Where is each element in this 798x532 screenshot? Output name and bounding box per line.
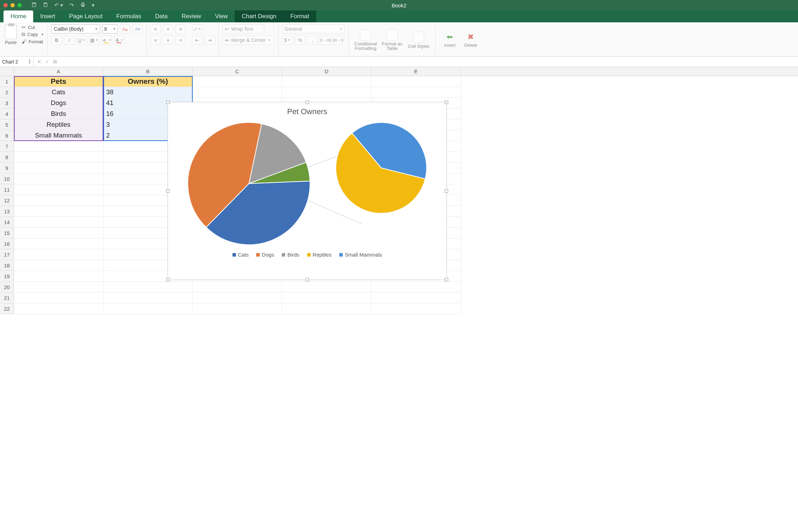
cell-styles-button[interactable]: Cell Styles	[405, 32, 432, 49]
number-format-select[interactable]: General ▼	[282, 24, 345, 34]
row-header[interactable]: 4	[0, 109, 14, 119]
cell-A15[interactable]	[14, 228, 103, 238]
align-left-button[interactable]: ≡	[150, 36, 161, 45]
font-color-button[interactable]: A ▼	[114, 36, 125, 45]
chart-handle-sw[interactable]	[166, 278, 170, 281]
cell-E22[interactable]	[371, 303, 461, 314]
tab-review[interactable]: Review	[175, 10, 208, 22]
align-center-button[interactable]: ≡	[163, 36, 173, 45]
embedded-chart[interactable]: Pet Owners CatsDogsBirdsReptilesSmall Ma…	[168, 102, 447, 280]
cell-A7[interactable]	[14, 141, 103, 152]
legend-item[interactable]: Cats	[232, 252, 249, 258]
fill-color-button[interactable]: ▼	[102, 36, 112, 45]
row-header[interactable]: 1	[0, 76, 14, 87]
col-header-B[interactable]: B	[103, 67, 193, 76]
cell-A9[interactable]	[14, 163, 103, 173]
cell-C2[interactable]	[193, 87, 282, 98]
cell-D1[interactable]	[282, 76, 371, 87]
cell-A16[interactable]	[14, 238, 103, 249]
tab-chart-design[interactable]: Chart Design	[235, 10, 283, 22]
fx-icon[interactable]: fx	[53, 59, 57, 65]
cell-A2[interactable]: Cats	[14, 87, 103, 98]
secondary-pie[interactable]	[335, 122, 427, 245]
decrease-font-button[interactable]: A▾	[132, 24, 143, 34]
tab-format[interactable]: Format	[283, 10, 316, 22]
row-header[interactable]: 7	[0, 141, 14, 152]
row-header[interactable]: 22	[0, 303, 14, 314]
tab-formulas[interactable]: Formulas	[109, 10, 148, 22]
cell-E2[interactable]	[371, 87, 461, 98]
col-header-D[interactable]: D	[282, 67, 371, 76]
cell-C21[interactable]	[193, 293, 282, 303]
cell-D22[interactable]	[282, 303, 371, 314]
align-top-button[interactable]: ≡	[150, 24, 161, 34]
cell-A17[interactable]	[14, 249, 103, 260]
comma-button[interactable]: ,	[307, 36, 318, 45]
chart-handle-n[interactable]	[305, 101, 309, 104]
save-icon[interactable]	[31, 2, 37, 8]
borders-button[interactable]: ▦▼	[89, 36, 99, 45]
cell-A14[interactable]	[14, 217, 103, 228]
delete-cells-button[interactable]: ✖ Delete	[460, 32, 481, 48]
decrease-indent-button[interactable]: ⇤	[192, 36, 202, 45]
legend-item[interactable]: Small Mammals	[339, 252, 382, 258]
row-header[interactable]: 15	[0, 228, 14, 238]
cell-A10[interactable]	[14, 173, 103, 184]
cell-B1[interactable]: Owners (%)	[103, 76, 193, 87]
decrease-decimal-button[interactable]: .00→.0	[332, 36, 343, 45]
cut-button[interactable]: ✂ Cut	[22, 24, 44, 30]
chart-handle-ne[interactable]	[445, 101, 448, 104]
cell-D20[interactable]	[282, 282, 371, 293]
merge-center-button[interactable]: ⇔ Merge & Center ▼	[222, 36, 275, 45]
row-header[interactable]: 18	[0, 260, 14, 271]
tab-page-layout[interactable]: Page Layout	[62, 10, 109, 22]
cell-A5[interactable]: Reptiles	[14, 119, 103, 130]
minimize-window-button[interactable]	[10, 3, 15, 7]
row-header[interactable]: 21	[0, 293, 14, 303]
name-box[interactable]: Chart 2 ▲▼	[0, 57, 34, 67]
cell-A21[interactable]	[14, 293, 103, 303]
legend-item[interactable]: Dogs	[256, 252, 274, 258]
cell-C22[interactable]	[193, 303, 282, 314]
chart-legend[interactable]: CatsDogsBirdsReptilesSmall Mammals	[168, 245, 446, 263]
cell-E21[interactable]	[371, 293, 461, 303]
name-box-spinner[interactable]: ▲▼	[28, 59, 31, 65]
tab-data[interactable]: Data	[148, 10, 175, 22]
cell-E20[interactable]	[371, 282, 461, 293]
formula-input[interactable]	[61, 57, 798, 67]
align-middle-button[interactable]: ≡	[163, 24, 173, 34]
row-header[interactable]: 11	[0, 184, 14, 195]
cell-A3[interactable]: Dogs	[14, 98, 103, 109]
percent-button[interactable]: %	[295, 36, 305, 45]
currency-button[interactable]: $▼	[282, 36, 293, 45]
cell-A20[interactable]	[14, 282, 103, 293]
wrap-text-button[interactable]: ↩ Wrap Text	[222, 24, 264, 34]
cell-A11[interactable]	[14, 184, 103, 195]
row-header[interactable]: 9	[0, 163, 14, 173]
paste-icon[interactable]	[5, 24, 17, 39]
tab-home[interactable]: Home	[3, 10, 33, 22]
row-header[interactable]: 17	[0, 249, 14, 260]
font-name-select[interactable]: Calibri (Body)▼	[51, 24, 100, 34]
legend-item[interactable]: Reptiles	[307, 252, 332, 258]
zoom-window-button[interactable]	[17, 3, 22, 7]
close-window-button[interactable]	[3, 3, 8, 7]
cancel-formula-icon[interactable]: ✕	[37, 59, 42, 65]
increase-font-button[interactable]: A▴	[120, 24, 130, 34]
underline-button[interactable]: U▼	[76, 36, 87, 45]
legend-item[interactable]: Birds	[282, 252, 299, 258]
bold-button[interactable]: B	[51, 36, 62, 45]
cell-D21[interactable]	[282, 293, 371, 303]
row-header[interactable]: 14	[0, 217, 14, 228]
cell-C20[interactable]	[193, 282, 282, 293]
col-header-A[interactable]: A	[14, 67, 103, 76]
row-header[interactable]: 13	[0, 206, 14, 217]
chart-handle-se[interactable]	[445, 278, 448, 281]
row-header[interactable]: 5	[0, 119, 14, 130]
col-header-E[interactable]: E	[371, 67, 461, 76]
cell-C1[interactable]	[193, 76, 282, 87]
tab-view[interactable]: View	[208, 10, 235, 22]
cell-D2[interactable]	[282, 87, 371, 98]
undo-icon[interactable]: ↶ ▾	[54, 2, 63, 8]
conditional-formatting-button[interactable]: Conditional Formatting	[352, 29, 379, 51]
